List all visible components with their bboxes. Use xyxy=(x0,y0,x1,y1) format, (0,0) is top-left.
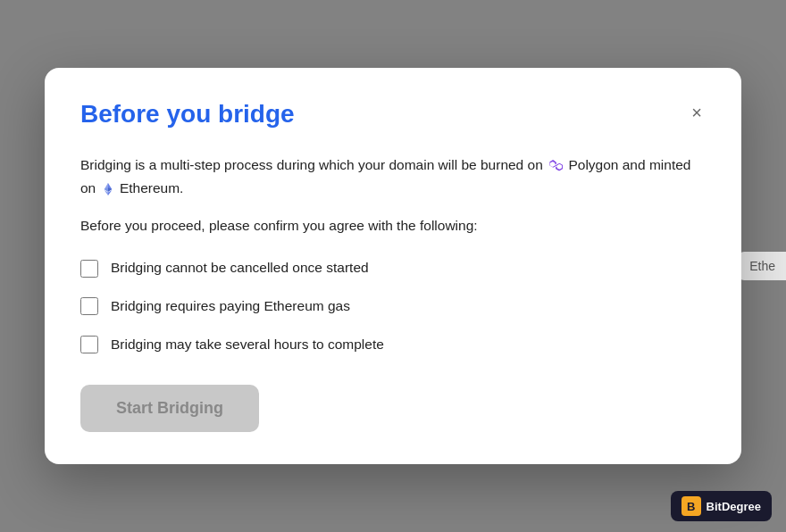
checkbox-item-3[interactable]: Bridging may take several hours to compl… xyxy=(80,334,706,356)
polygon-icon xyxy=(548,159,563,173)
checkbox-2[interactable] xyxy=(80,297,98,315)
eth-background-label: Ethe xyxy=(739,252,786,280)
modal-dialog: Before you bridge × Bridging is a multi-… xyxy=(45,68,741,463)
checkbox-label-2: Bridging requires paying Ethereum gas xyxy=(111,295,350,318)
close-button[interactable]: × xyxy=(688,100,706,125)
checkbox-label-3: Bridging may take several hours to compl… xyxy=(111,334,384,356)
checkbox-item-1[interactable]: Bridging cannot be cancelled once starte… xyxy=(80,257,706,279)
checkbox-item-2[interactable]: Bridging requires paying Ethereum gas xyxy=(80,295,706,318)
modal-title: Before you bridge xyxy=(80,100,295,129)
checkbox-label-1: Bridging cannot be cancelled once starte… xyxy=(111,257,369,279)
ethereum-icon xyxy=(102,183,114,195)
modal-header: Before you bridge × xyxy=(80,100,706,129)
modal-body: Bridging is a multi-step process during … xyxy=(80,154,706,431)
checkbox-3[interactable] xyxy=(80,336,98,353)
checkbox-1[interactable] xyxy=(80,260,98,278)
bitdegree-text: BitDegree xyxy=(707,500,761,513)
bitdegree-icon: B xyxy=(681,496,701,516)
checkbox-list: Bridging cannot be cancelled once starte… xyxy=(80,257,706,355)
confirm-text: Before you proceed, please confirm you a… xyxy=(80,215,706,237)
start-bridging-button[interactable]: Start Bridging xyxy=(80,385,259,432)
bitdegree-badge: B BitDegree xyxy=(671,491,772,521)
description-text: Bridging is a multi-step process during … xyxy=(80,154,706,199)
